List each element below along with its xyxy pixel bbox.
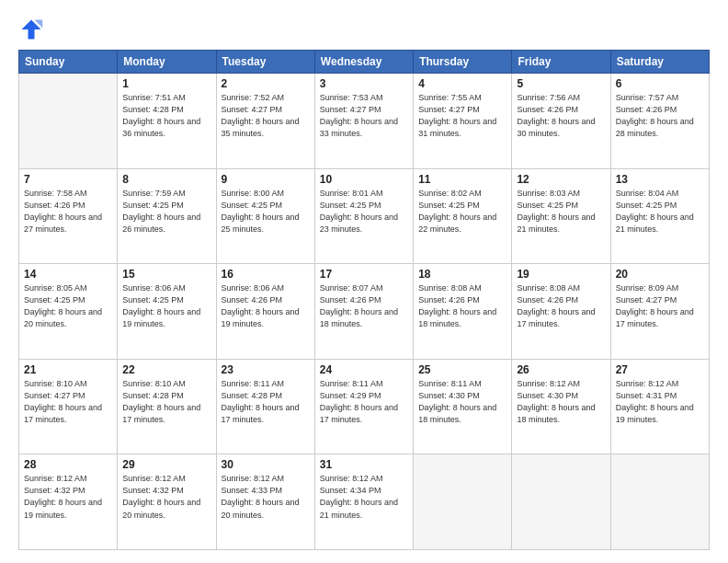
day-number: 30 xyxy=(222,458,310,471)
calendar-cell: 10Sunrise: 8:01 AMSunset: 4:25 PMDayligh… xyxy=(314,168,413,264)
calendar-cell: 16Sunrise: 8:06 AMSunset: 4:26 PMDayligh… xyxy=(216,264,314,360)
calendar-cell: 7Sunrise: 7:58 AMSunset: 4:26 PMDaylight… xyxy=(19,168,118,264)
calendar-cell: 27Sunrise: 8:12 AMSunset: 4:31 PMDayligh… xyxy=(610,359,709,454)
day-number: 18 xyxy=(418,268,506,281)
day-info: Sunrise: 8:08 AMSunset: 4:26 PMDaylight:… xyxy=(418,282,506,330)
day-number: 20 xyxy=(616,268,704,281)
calendar-cell xyxy=(19,74,118,169)
day-number: 9 xyxy=(222,173,310,186)
day-info: Sunrise: 7:51 AMSunset: 4:28 PMDaylight:… xyxy=(122,92,210,140)
calendar-cell: 6Sunrise: 7:57 AMSunset: 4:26 PMDaylight… xyxy=(610,74,709,169)
day-number: 19 xyxy=(517,268,605,281)
calendar-week-4: 21Sunrise: 8:10 AMSunset: 4:27 PMDayligh… xyxy=(19,359,710,454)
calendar-cell: 18Sunrise: 8:08 AMSunset: 4:26 PMDayligh… xyxy=(414,264,512,360)
calendar-cell: 25Sunrise: 8:11 AMSunset: 4:30 PMDayligh… xyxy=(414,359,512,454)
day-info: Sunrise: 8:11 AMSunset: 4:29 PMDaylight:… xyxy=(320,378,408,426)
weekday-header-sunday: Sunday xyxy=(19,51,118,74)
day-number: 21 xyxy=(24,363,112,376)
weekday-header-friday: Friday xyxy=(512,51,610,74)
weekday-header-monday: Monday xyxy=(118,51,216,74)
calendar-cell: 8Sunrise: 7:59 AMSunset: 4:25 PMDaylight… xyxy=(118,168,216,264)
calendar-week-1: 1Sunrise: 7:51 AMSunset: 4:28 PMDaylight… xyxy=(19,74,710,169)
day-number: 15 xyxy=(122,268,210,281)
day-info: Sunrise: 8:03 AMSunset: 4:25 PMDaylight:… xyxy=(517,188,605,236)
calendar-cell: 29Sunrise: 8:12 AMSunset: 4:32 PMDayligh… xyxy=(118,454,216,550)
day-number: 27 xyxy=(616,363,704,376)
logo xyxy=(18,17,48,42)
calendar-cell: 1Sunrise: 7:51 AMSunset: 4:28 PMDaylight… xyxy=(118,74,216,169)
calendar-cell xyxy=(414,454,512,550)
calendar-cell: 21Sunrise: 8:10 AMSunset: 4:27 PMDayligh… xyxy=(19,359,118,454)
weekday-header-saturday: Saturday xyxy=(610,51,709,74)
day-info: Sunrise: 8:01 AMSunset: 4:25 PMDaylight:… xyxy=(320,188,408,236)
weekday-header-thursday: Thursday xyxy=(414,51,512,74)
day-info: Sunrise: 8:12 AMSunset: 4:33 PMDaylight:… xyxy=(222,473,310,521)
day-number: 14 xyxy=(24,268,112,281)
day-number: 28 xyxy=(24,458,112,471)
day-number: 6 xyxy=(616,77,704,90)
calendar-cell: 20Sunrise: 8:09 AMSunset: 4:27 PMDayligh… xyxy=(610,264,709,360)
day-number: 2 xyxy=(222,77,310,90)
day-number: 25 xyxy=(418,363,506,376)
calendar-week-2: 7Sunrise: 7:58 AMSunset: 4:26 PMDaylight… xyxy=(19,168,710,264)
day-number: 4 xyxy=(418,77,506,90)
day-info: Sunrise: 7:56 AMSunset: 4:26 PMDaylight:… xyxy=(517,92,605,140)
calendar-table: SundayMondayTuesdayWednesdayThursdayFrid… xyxy=(18,50,710,550)
day-number: 12 xyxy=(517,173,605,186)
weekday-header-tuesday: Tuesday xyxy=(216,51,314,74)
calendar-cell: 12Sunrise: 8:03 AMSunset: 4:25 PMDayligh… xyxy=(512,168,610,264)
day-info: Sunrise: 8:06 AMSunset: 4:26 PMDaylight:… xyxy=(222,282,310,330)
day-info: Sunrise: 8:08 AMSunset: 4:26 PMDaylight:… xyxy=(517,282,605,330)
calendar-cell: 15Sunrise: 8:06 AMSunset: 4:25 PMDayligh… xyxy=(118,264,216,360)
day-info: Sunrise: 7:53 AMSunset: 4:27 PMDaylight:… xyxy=(320,92,408,140)
calendar-cell: 31Sunrise: 8:12 AMSunset: 4:34 PMDayligh… xyxy=(314,454,413,550)
calendar-cell xyxy=(610,454,709,550)
calendar-cell: 3Sunrise: 7:53 AMSunset: 4:27 PMDaylight… xyxy=(314,74,413,169)
calendar-cell: 14Sunrise: 8:05 AMSunset: 4:25 PMDayligh… xyxy=(19,264,118,360)
calendar-cell: 17Sunrise: 8:07 AMSunset: 4:26 PMDayligh… xyxy=(314,264,413,360)
day-info: Sunrise: 8:11 AMSunset: 4:30 PMDaylight:… xyxy=(418,378,506,426)
day-info: Sunrise: 8:02 AMSunset: 4:25 PMDaylight:… xyxy=(418,188,506,236)
day-info: Sunrise: 8:10 AMSunset: 4:27 PMDaylight:… xyxy=(24,378,112,426)
header xyxy=(18,17,710,42)
day-info: Sunrise: 7:57 AMSunset: 4:26 PMDaylight:… xyxy=(616,92,704,140)
calendar-cell: 11Sunrise: 8:02 AMSunset: 4:25 PMDayligh… xyxy=(414,168,512,264)
logo-icon xyxy=(18,17,44,42)
day-number: 7 xyxy=(24,173,112,186)
day-number: 31 xyxy=(320,458,408,471)
calendar-cell: 30Sunrise: 8:12 AMSunset: 4:33 PMDayligh… xyxy=(216,454,314,550)
calendar-week-5: 28Sunrise: 8:12 AMSunset: 4:32 PMDayligh… xyxy=(19,454,710,550)
day-info: Sunrise: 7:52 AMSunset: 4:27 PMDaylight:… xyxy=(222,92,310,140)
day-info: Sunrise: 8:04 AMSunset: 4:25 PMDaylight:… xyxy=(616,188,704,236)
day-number: 22 xyxy=(122,363,210,376)
calendar-cell: 4Sunrise: 7:55 AMSunset: 4:27 PMDaylight… xyxy=(414,74,512,169)
day-number: 13 xyxy=(616,173,704,186)
day-number: 1 xyxy=(122,77,210,90)
day-number: 29 xyxy=(122,458,210,471)
day-info: Sunrise: 8:09 AMSunset: 4:27 PMDaylight:… xyxy=(616,282,704,330)
day-number: 24 xyxy=(320,363,408,376)
day-info: Sunrise: 8:06 AMSunset: 4:25 PMDaylight:… xyxy=(122,282,210,330)
day-number: 3 xyxy=(320,77,408,90)
calendar-cell: 2Sunrise: 7:52 AMSunset: 4:27 PMDaylight… xyxy=(216,74,314,169)
calendar-cell: 9Sunrise: 8:00 AMSunset: 4:25 PMDaylight… xyxy=(216,168,314,264)
day-number: 8 xyxy=(122,173,210,186)
day-number: 16 xyxy=(222,268,310,281)
day-info: Sunrise: 7:58 AMSunset: 4:26 PMDaylight:… xyxy=(24,188,112,236)
day-info: Sunrise: 8:05 AMSunset: 4:25 PMDaylight:… xyxy=(24,282,112,330)
weekday-header-wednesday: Wednesday xyxy=(314,51,413,74)
day-info: Sunrise: 8:12 AMSunset: 4:31 PMDaylight:… xyxy=(616,378,704,426)
calendar-week-3: 14Sunrise: 8:05 AMSunset: 4:25 PMDayligh… xyxy=(19,264,710,360)
day-info: Sunrise: 7:59 AMSunset: 4:25 PMDaylight:… xyxy=(122,188,210,236)
day-number: 26 xyxy=(517,363,605,376)
day-info: Sunrise: 8:12 AMSunset: 4:32 PMDaylight:… xyxy=(122,473,210,521)
day-info: Sunrise: 8:10 AMSunset: 4:28 PMDaylight:… xyxy=(122,378,210,426)
day-info: Sunrise: 8:07 AMSunset: 4:26 PMDaylight:… xyxy=(320,282,408,330)
calendar-cell: 26Sunrise: 8:12 AMSunset: 4:30 PMDayligh… xyxy=(512,359,610,454)
calendar-cell: 22Sunrise: 8:10 AMSunset: 4:28 PMDayligh… xyxy=(118,359,216,454)
day-number: 5 xyxy=(517,77,605,90)
day-info: Sunrise: 8:11 AMSunset: 4:28 PMDaylight:… xyxy=(222,378,310,426)
calendar-cell: 5Sunrise: 7:56 AMSunset: 4:26 PMDaylight… xyxy=(512,74,610,169)
page: SundayMondayTuesdayWednesdayThursdayFrid… xyxy=(0,0,728,563)
calendar-cell: 13Sunrise: 8:04 AMSunset: 4:25 PMDayligh… xyxy=(610,168,709,264)
